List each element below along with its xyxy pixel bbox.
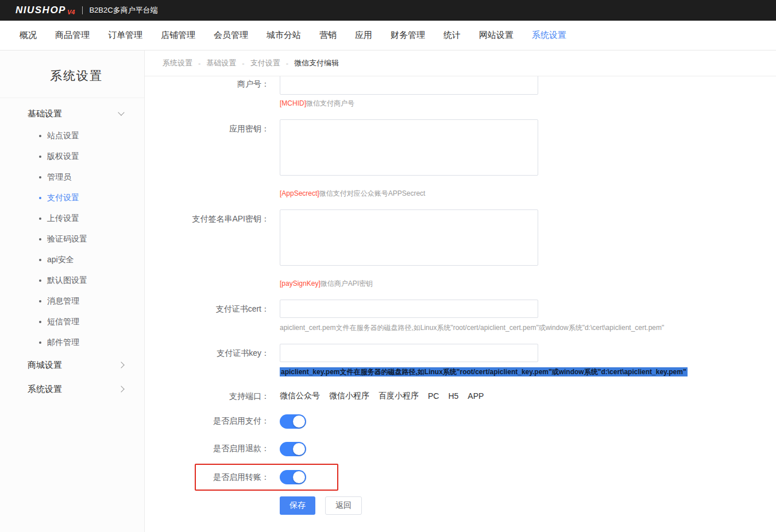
bullet-icon [39,279,41,282]
sidebar-item-label: 短信管理 [47,317,79,327]
key-hint: apiclient_key.pem文件在服务器的磁盘路径,如Linux系统"ro… [280,368,688,376]
logo-version: V4 [67,9,75,15]
field-enable-refund: 是否启用退款： [145,435,776,463]
enable-refund-toggle[interactable] [280,442,306,456]
port-baidu-mini[interactable]: 百度小程序 [379,391,419,401]
nav-item-stats[interactable]: 统计 [434,30,470,41]
sidebar-item-upload-settings[interactable]: 上传设置 [0,208,144,229]
field-supported-ports: 支持端口： 微信公众号 微信小程序 百度小程序 PC H5 APP [145,390,776,402]
nav-item-marketing[interactable]: 营销 [310,30,346,41]
bullet-icon [39,300,41,302]
merchant-id-label: 商户号： [145,76,280,95]
toggle-knob [293,443,305,455]
sidebar-item-api-security[interactable]: api安全 [0,250,144,270]
sidebar-group-label: 基础设置 [28,108,62,119]
sidebar-item-captcha-settings[interactable]: 验证码设置 [0,229,144,250]
hint-tag: [paySignKey] [280,279,321,288]
key-input[interactable] [280,344,538,362]
main-nav: 概况 商品管理 订单管理 店铺管理 会员管理 城市分站 营销 应用 财务管理 统… [0,21,776,51]
merchant-id-input[interactable] [280,76,538,95]
bullet-icon [39,218,41,220]
nav-item-finance[interactable]: 财务管理 [381,30,434,41]
back-button[interactable]: 返回 [325,496,362,515]
sidebar-group-system-settings[interactable]: 系统设置 [0,377,144,401]
sidebar-item-label: 默认图设置 [47,275,87,286]
wechat-pay-form: 商户号： [MCHID]微信支付商户号 应用密钥： [AppSecrect]微信… [145,76,776,532]
cert-input[interactable] [280,300,538,318]
sidebar-item-payment-settings[interactable]: 支付设置 [0,188,144,208]
breadcrumb-system-settings[interactable]: 系统设置 [163,58,192,68]
sidebar-item-email-manage[interactable]: 邮件管理 [0,332,144,353]
sidebar-group-mall-settings[interactable]: 商城设置 [0,353,144,377]
nav-item-city-sites[interactable]: 城市分站 [257,30,310,41]
hint-tag: [AppSecrect] [280,189,319,197]
niushop-logo[interactable]: NIUSHOP V4 [16,5,75,16]
breadcrumb-basic-settings[interactable]: 基础设置 [206,58,236,68]
sidebar-item-copyright-settings[interactable]: 版权设置 [0,146,144,167]
toggle-knob [293,415,305,428]
enable-transfer-toggle[interactable] [280,470,306,484]
bullet-icon [39,135,41,137]
sidebar-item-label: api安全 [47,255,74,265]
chevron-right-icon [118,362,124,368]
nav-item-system-settings[interactable]: 系统设置 [523,30,576,41]
breadcrumb-payment-settings[interactable]: 支付设置 [250,58,280,68]
save-button[interactable]: 保存 [280,496,315,515]
ports-label: 支持端口： [145,390,280,402]
enable-pay-label: 是否启用支付： [145,416,280,426]
hint-text: 微信支付对应公众账号APPSecrect [319,189,426,197]
field-cert: 支付证书cert： apiclient_cert.pem文件在服务器的磁盘路径,… [145,300,776,332]
field-enable-transfer: 是否启用转账： [145,463,776,491]
sidebar-item-admin[interactable]: 管理员 [0,167,144,188]
form-actions: 保存 返回 [145,496,776,515]
nav-item-shops[interactable]: 店铺管理 [152,30,204,41]
app-secret-hint: [AppSecrect]微信支付对应公众账号APPSecrect [280,189,538,198]
enable-pay-toggle[interactable] [280,414,306,429]
sidebar-divider [0,98,144,98]
port-h5[interactable]: H5 [448,391,458,401]
topbar-divider [82,6,83,14]
chevron-right-icon [118,386,124,392]
logo-text: NIUSHOP [16,5,66,16]
pay-sign-key-hint: [paySignKey]微信商户API密钥 [280,279,538,288]
nav-item-goods[interactable]: 商品管理 [46,30,99,41]
app-secret-textarea[interactable] [280,119,538,176]
sidebar-group-label: 商城设置 [28,360,62,371]
bullet-icon [39,259,41,261]
nav-item-members[interactable]: 会员管理 [204,30,257,41]
sidebar-item-sms-manage[interactable]: 短信管理 [0,312,144,332]
pay-sign-key-label: 支付签名串API密钥： [145,209,280,228]
chevron-down-icon [118,109,124,115]
nav-item-orders[interactable]: 订单管理 [99,30,152,41]
enable-refund-label: 是否启用退款： [145,444,280,454]
port-pc[interactable]: PC [428,391,439,401]
hint-text: 微信支付商户号 [306,99,354,107]
sidebar-item-label: 管理员 [47,172,71,182]
port-app[interactable]: APP [468,391,484,401]
sidebar-item-label: 上传设置 [47,213,79,224]
nav-item-overview[interactable]: 概况 [10,30,46,41]
app-secret-label: 应用密钥： [145,119,280,138]
bullet-icon [39,341,41,344]
sidebar-item-label: 验证码设置 [47,234,87,244]
field-enable-pay: 是否启用支付： [145,407,776,435]
platform-subtitle: B2B2C多商户平台端 [89,5,157,15]
cert-hint: apiclient_cert.pem文件在服务器的磁盘路径,如Linux系统"r… [280,324,664,332]
bullet-icon [39,156,41,158]
sidebar: 系统设置 基础设置 站点设置 版权设置 管理员 支付设置 上传设置 验证码设置 … [0,51,145,532]
sidebar-item-default-image[interactable]: 默认图设置 [0,270,144,291]
sidebar-group-label: 系统设置 [28,384,62,395]
pay-sign-key-textarea[interactable] [280,209,538,266]
bullet-icon [39,197,41,199]
nav-item-website-settings[interactable]: 网站设置 [470,30,523,41]
key-label: 支付证书key： [145,344,280,362]
port-options: 微信公众号 微信小程序 百度小程序 PC H5 APP [280,391,493,401]
sidebar-item-label: 站点设置 [47,131,79,141]
sidebar-group-basic-settings[interactable]: 基础设置 [0,102,144,126]
field-merchant-id: 商户号： [MCHID]微信支付商户号 [145,76,776,108]
port-wechat-mini[interactable]: 微信小程序 [329,391,369,401]
sidebar-item-site-settings[interactable]: 站点设置 [0,126,144,146]
port-wechat-official[interactable]: 微信公众号 [280,391,320,401]
nav-item-apps[interactable]: 应用 [346,30,381,41]
sidebar-item-message-manage[interactable]: 消息管理 [0,291,144,312]
